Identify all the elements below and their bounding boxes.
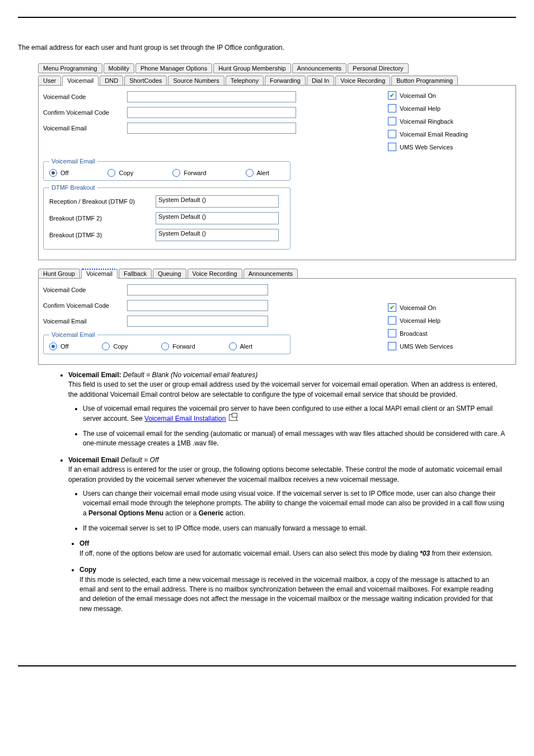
confirm-voicemail-code-input[interactable] — [127, 107, 296, 118]
user-checkbox-label: Voicemail Ringback — [400, 118, 453, 125]
tab-fallback[interactable]: Fallback — [119, 269, 152, 279]
tab-personal-directory[interactable]: Personal Directory — [348, 63, 408, 73]
external-link-icon — [229, 414, 237, 421]
tab-telephony[interactable]: Telephony — [226, 76, 264, 86]
user-radio-copy[interactable] — [107, 169, 115, 177]
voicemail-email-label: Voicemail Email — [43, 125, 127, 132]
tab-queuing[interactable]: Queuing — [153, 269, 186, 279]
user-tabs-row1: Menu ProgrammingMobilityPhone Manager Op… — [38, 60, 516, 73]
ve2-sub1e: action. — [223, 509, 245, 517]
ve2-default: Default = Off — [121, 456, 159, 464]
tab-voicemail[interactable]: Voicemail — [81, 269, 118, 279]
tab-button-programming[interactable]: Button Programming — [391, 76, 458, 86]
tab-announcements[interactable]: Announcements — [243, 269, 298, 279]
user-radio-alert[interactable] — [246, 169, 254, 177]
dtmf-select[interactable]: System Default () — [156, 212, 279, 224]
tab-mobility[interactable]: Mobility — [104, 63, 134, 73]
dtmf-select[interactable]: System Default () — [156, 229, 279, 241]
user-checkbox-label: Voicemail Email Reading — [400, 131, 468, 138]
user-panel: Menu ProgrammingMobilityPhone Manager Op… — [38, 60, 516, 260]
ve2-sub1d: Generic — [199, 509, 224, 517]
user-checkbox-voicemail-help[interactable] — [388, 104, 396, 112]
user-radio-label: Off — [60, 170, 68, 176]
hg-checkbox-label: UMS Web Services — [400, 343, 453, 350]
voicemail-email-input[interactable] — [127, 123, 296, 134]
tab-dnd[interactable]: DND — [100, 76, 123, 86]
hg-radio-copy[interactable] — [102, 342, 110, 350]
user-checkbox-label: Voicemail Help — [400, 105, 441, 112]
tab-phone-manager-options[interactable]: Phone Manager Options — [135, 63, 212, 73]
user-checkbox-label: UMS Web Services — [400, 144, 453, 151]
tab-user[interactable]: User — [38, 76, 61, 86]
documentation: Voicemail Email: Default = Blank (No voi… — [57, 370, 505, 614]
user-radio-label: Forward — [184, 170, 206, 176]
tab-menu-programming[interactable]: Menu Programming — [38, 63, 102, 73]
ve2-title: Voicemail Email — [68, 456, 119, 464]
voicemail-code-input[interactable] — [127, 91, 296, 102]
hg-confirm-voicemail-code-label: Confirm Voicemail Code — [43, 302, 127, 309]
hg-checkbox-broadcast[interactable] — [388, 329, 396, 337]
hg-radio-label: Off — [60, 343, 68, 350]
hg-voicemail-code-input[interactable] — [127, 284, 268, 295]
voicemail-email-installation-link[interactable]: Voicemail Email Installation — [144, 415, 226, 422]
hg-voicemail-email-label: Voicemail Email — [43, 318, 127, 325]
ve-para: This field is used to set the user or gr… — [68, 381, 497, 398]
ve-default: Default = Blank (No voicemail email feat… — [123, 371, 257, 379]
tab-dial-in[interactable]: Dial In — [307, 76, 334, 86]
user-radio-off[interactable] — [49, 169, 57, 177]
hg-checkbox-label: Voicemail On — [400, 304, 436, 311]
hg-confirm-voicemail-code-input[interactable] — [127, 300, 268, 311]
hg-checkbox-label: Broadcast — [400, 330, 428, 337]
user-checkbox-voicemail-on[interactable]: ✔ — [388, 91, 396, 100]
tab-voice-recording[interactable]: Voice Recording — [335, 76, 390, 86]
top-rule — [18, 17, 516, 18]
hg-tabs: Hunt GroupVoicemailFallbackQueuingVoice … — [38, 266, 516, 278]
user-tabs-row2: UserVoicemailDNDShortCodesSource Numbers… — [38, 73, 516, 85]
hg-radio-label: Copy — [113, 343, 128, 350]
ve-title: Voicemail Email: — [68, 371, 121, 379]
off-code: *03 — [420, 550, 430, 557]
user-checkbox-voicemail-ringback[interactable] — [388, 117, 396, 125]
user-radio-forward[interactable] — [172, 169, 180, 177]
hg-radio-forward[interactable] — [161, 342, 169, 350]
hg-checkbox-voicemail-help[interactable] — [388, 316, 396, 325]
tab-voice-recording[interactable]: Voice Recording — [188, 269, 242, 279]
dtmf-label: Breakout (DTMF 2) — [49, 215, 156, 222]
hg-radio-alert[interactable] — [229, 342, 237, 350]
off-body2: from their extension. — [430, 550, 493, 557]
dtmf-breakout-title: DTMF Breakout — [49, 184, 97, 191]
copy-title: Copy — [79, 566, 96, 574]
hg-checkbox-ums-web-services[interactable] — [388, 342, 396, 350]
user-checkbox-ums-web-services[interactable] — [388, 143, 396, 151]
hg-checkbox-voicemail-on[interactable]: ✔ — [388, 303, 396, 312]
tab-hunt-group-membership[interactable]: Hunt Group Membership — [213, 63, 291, 73]
hg-voicemail-code-label: Voicemail Code — [43, 287, 127, 293]
hg-checkbox-label: Voicemail Help — [400, 317, 441, 324]
hg-radio-off[interactable] — [49, 342, 57, 350]
ve2-sub1c: action or a — [163, 509, 199, 517]
hg-radio-label: Forward — [172, 343, 195, 350]
copy-body: If this mode is selected, each time a ne… — [79, 576, 493, 613]
voicemail-code-label: Voicemail Code — [43, 93, 127, 100]
user-radio-label: Alert — [257, 170, 270, 176]
voicemail-email-group-title: Voicemail Email — [49, 158, 97, 165]
user-checkbox-label: Voicemail On — [400, 92, 436, 99]
tab-forwarding[interactable]: Forwarding — [265, 76, 306, 86]
tab-source-numbers[interactable]: Source Numbers — [168, 76, 224, 86]
user-checkbox-voicemail-email-reading[interactable] — [388, 130, 396, 138]
tab-announcements[interactable]: Announcements — [292, 63, 347, 73]
hg-voicemail-email-input[interactable] — [127, 316, 268, 327]
tab-hunt-group[interactable]: Hunt Group — [38, 269, 80, 279]
ve-sub2: The use of voicemail email for the sendi… — [83, 429, 505, 449]
hg-voicemail-email-group-title: Voicemail Email — [49, 331, 97, 338]
dtmf-select[interactable]: System Default () — [156, 195, 279, 208]
intro-text: The email address for each user and hunt… — [18, 43, 516, 53]
off-title: Off — [79, 539, 89, 547]
huntgroup-panel: Hunt GroupVoicemailFallbackQueuingVoice … — [38, 266, 516, 365]
hg-radio-label: Alert — [240, 343, 253, 350]
tab-shortcodes[interactable]: ShortCodes — [124, 76, 167, 86]
ve2-sub1b: Personal Options Menu — [88, 509, 163, 517]
dtmf-label: Breakout (DTMF 3) — [49, 232, 156, 238]
off-body1: If off, none of the options below are us… — [79, 550, 420, 557]
tab-voicemail[interactable]: Voicemail — [62, 76, 99, 86]
